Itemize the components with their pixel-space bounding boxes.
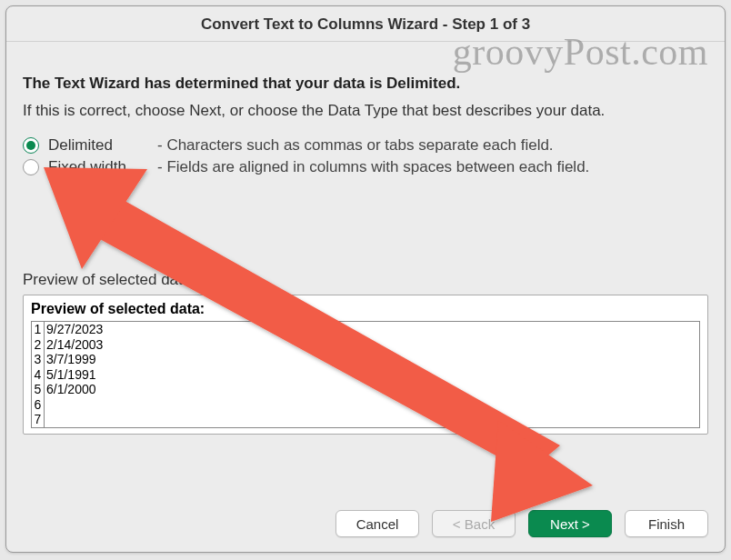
preview-row-val: 2/14/2003 — [45, 337, 103, 353]
dialog-content: The Text Wizard has determined that your… — [6, 42, 725, 501]
radio-icon-selected — [23, 137, 39, 154]
preview-row-num: 1 — [32, 322, 45, 337]
preview-row: 5 6/1/2000 — [32, 382, 699, 397]
preview-row: 8 — [32, 427, 699, 429]
preview-row: 2 2/14/2003 — [32, 337, 699, 353]
radio-delimited[interactable]: Delimited - Characters such as commas or… — [23, 136, 708, 155]
dialog-title: Convert Text to Columns Wizard - Step 1 … — [6, 6, 725, 42]
preview-row-val: 9/27/2023 — [45, 322, 103, 337]
radio-delimited-label: Delimited — [48, 136, 157, 155]
preview-row-num: 7 — [32, 412, 45, 427]
preview-row-val: 6/1/2000 — [45, 382, 96, 397]
preview-header: Preview of selected data: — [31, 301, 700, 317]
preview-row-num: 3 — [32, 352, 45, 367]
preview-row: 4 5/1/1991 — [32, 367, 699, 383]
cancel-button[interactable]: Cancel — [335, 510, 419, 537]
radio-fixed-label: Fixed width — [48, 158, 157, 176]
radio-fixed-desc: - Fields are aligned in columns with spa… — [157, 158, 589, 176]
radio-fixed-width[interactable]: Fixed width - Fields are aligned in colu… — [23, 158, 708, 176]
preview-row-num: 5 — [32, 382, 45, 397]
wizard-heading: The Text Wizard has determined that your… — [23, 75, 708, 93]
preview-row: 1 9/27/2023 — [32, 322, 699, 337]
preview-row-num: 6 — [32, 397, 45, 413]
preview-panel: Preview of selected data: 1 9/27/2023 2 … — [23, 295, 708, 435]
preview-row-num: 4 — [32, 367, 45, 383]
preview-row-val — [45, 427, 46, 429]
preview-row: 6 — [32, 397, 699, 413]
wizard-dialog: Convert Text to Columns Wizard - Step 1 … — [5, 5, 726, 553]
preview-data-box: 1 9/27/2023 2 2/14/2003 3 3/7/1999 4 5/1… — [31, 321, 700, 428]
radio-delimited-desc: - Characters such as commas or tabs sepa… — [157, 136, 554, 155]
preview-row-num: 2 — [32, 337, 45, 353]
preview-row: 7 — [32, 412, 699, 427]
back-button: < Back — [432, 510, 516, 537]
preview-row-val — [45, 412, 46, 427]
next-button[interactable]: Next > — [528, 510, 612, 537]
preview-row-val: 3/7/1999 — [45, 352, 96, 367]
finish-button[interactable]: Finish — [625, 510, 708, 537]
preview-row: 3 3/7/1999 — [32, 352, 699, 367]
button-bar: Cancel < Back Next > Finish — [6, 501, 725, 552]
preview-label: Preview of selected data: — [23, 271, 708, 289]
preview-row-val: 5/1/1991 — [45, 367, 96, 383]
preview-row-num: 8 — [32, 427, 45, 429]
radio-icon-unselected — [23, 159, 39, 175]
preview-row-val — [45, 397, 46, 413]
wizard-description: If this is correct, choose Next, or choo… — [23, 102, 708, 120]
